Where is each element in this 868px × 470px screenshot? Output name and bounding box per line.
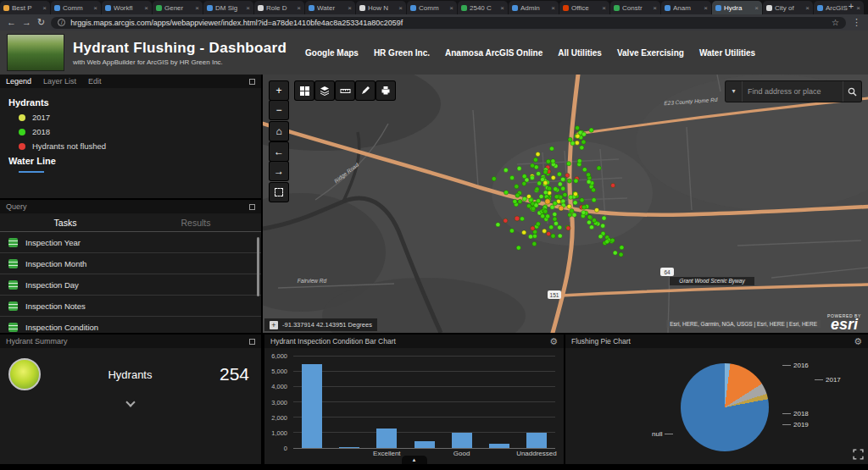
back-icon[interactable]: ← xyxy=(7,18,16,27)
tab-close-icon[interactable]: × xyxy=(704,4,708,12)
screen: Best P×Comm×Workfl×Gener×DM Sig×Role D×W… xyxy=(0,0,868,470)
browser-tab[interactable]: Comm× xyxy=(51,1,101,14)
tab-close-icon[interactable]: × xyxy=(754,4,759,12)
browser-tab[interactable]: Role D× xyxy=(254,1,304,14)
tab-close-icon[interactable]: × xyxy=(297,4,301,12)
header-nav-link[interactable]: Google Maps xyxy=(305,48,359,58)
new-tab-button[interactable]: + xyxy=(843,0,860,14)
forward-icon[interactable]: → xyxy=(22,18,31,27)
refresh-icon[interactable]: ↻ xyxy=(37,18,45,27)
pie[interactable] xyxy=(681,363,769,451)
bar[interactable] xyxy=(339,447,359,448)
previous-extent-button[interactable]: ← xyxy=(270,142,288,161)
search-button[interactable] xyxy=(843,81,861,102)
bar[interactable] xyxy=(302,364,322,448)
collapse-icon[interactable] xyxy=(249,204,255,210)
esri-logo: POWERED BY esri xyxy=(827,313,861,331)
site-info-icon[interactable]: i xyxy=(58,19,65,26)
query-task[interactable]: Inspection Condition xyxy=(0,317,261,333)
browser-tab[interactable]: DM Sig× xyxy=(203,1,253,14)
scrollbar[interactable] xyxy=(257,237,259,296)
query-tabs: Tasks Results xyxy=(0,213,261,232)
browser-tab[interactable]: Office× xyxy=(559,1,609,14)
measurement-button[interactable] xyxy=(336,81,354,100)
bar[interactable] xyxy=(415,441,435,448)
tab-close-icon[interactable]: × xyxy=(42,4,47,12)
query-task[interactable]: Inspection Month xyxy=(0,253,261,274)
header-nav-link[interactable]: Valve Exercising xyxy=(617,48,684,58)
search-source-dropdown[interactable]: ▾ xyxy=(726,81,743,102)
tab-close-icon[interactable]: × xyxy=(195,4,199,12)
tab-close-icon[interactable]: × xyxy=(602,4,606,12)
tab-close-icon[interactable]: × xyxy=(449,4,453,12)
browser-tab[interactable]: Hydra× xyxy=(712,1,762,14)
legend-tab[interactable]: Layer List xyxy=(43,77,76,86)
search-input[interactable] xyxy=(743,87,843,96)
url-text[interactable]: hrggis.maps.arcgis.com/apps/webappviewer… xyxy=(70,19,826,27)
query-task[interactable]: Inspection Year xyxy=(0,232,261,253)
map-view[interactable]: 64151 E23 County Home RdRidge RoadFairvi… xyxy=(263,75,868,333)
print-button[interactable] xyxy=(376,81,395,100)
header-nav-link[interactable]: Anamosa ArcGIS Online xyxy=(445,48,542,58)
basemap-gallery-button[interactable] xyxy=(295,81,314,100)
select-button[interactable] xyxy=(270,183,288,202)
tab-close-icon[interactable]: × xyxy=(805,4,810,12)
browser-menu-icon[interactable]: ⋮ xyxy=(852,17,861,28)
browser-tab[interactable]: Comm× xyxy=(407,1,457,14)
next-extent-button[interactable]: → xyxy=(270,162,288,180)
summary-expander[interactable] xyxy=(0,399,261,406)
browser-tab[interactable]: Workfl× xyxy=(102,1,152,14)
browser-tab[interactable]: City of× xyxy=(763,1,813,14)
bar[interactable] xyxy=(489,444,509,448)
bar[interactable] xyxy=(452,433,472,448)
browser-tab[interactable]: Gener× xyxy=(153,1,203,14)
zoom-in-button[interactable]: + xyxy=(270,81,288,100)
bar[interactable] xyxy=(376,429,397,448)
tab-favicon xyxy=(54,5,60,11)
browser-tab[interactable]: 2540 C× xyxy=(458,1,508,14)
browser-tab[interactable]: How N× xyxy=(356,1,406,14)
draw-button[interactable] xyxy=(356,81,375,100)
layers-button[interactable] xyxy=(315,81,334,100)
legend-item: 2017 xyxy=(19,113,253,122)
legend-tab[interactable]: Edit xyxy=(88,77,102,86)
tab-close-icon[interactable]: × xyxy=(398,4,403,12)
header-nav-link[interactable]: Water Utilities xyxy=(699,48,755,58)
collapse-icon[interactable] xyxy=(249,79,255,85)
tab-favicon xyxy=(359,5,365,11)
legend-item-label: 2017 xyxy=(32,113,50,122)
tab-close-icon[interactable]: × xyxy=(348,4,352,12)
legend-tab[interactable]: Legend xyxy=(6,77,31,86)
tab-close-icon[interactable]: × xyxy=(653,4,657,12)
tab-results[interactable]: Results xyxy=(131,213,261,231)
tab-close-icon[interactable]: × xyxy=(93,4,97,12)
home-extent-button[interactable]: ⌂ xyxy=(270,122,288,141)
tab-close-icon[interactable]: × xyxy=(144,4,148,12)
browser-tab[interactable]: Anam× xyxy=(661,1,711,14)
svg-text:Grant Wood Scenic Byway: Grant Wood Scenic Byway xyxy=(679,278,745,285)
crosshair-icon[interactable]: + xyxy=(270,321,278,329)
task-label: Inspection Condition xyxy=(25,323,98,332)
gear-icon[interactable]: ⚙ xyxy=(854,337,862,346)
header-nav-link[interactable]: HR Green Inc. xyxy=(374,48,430,58)
zoom-out-button[interactable]: − xyxy=(270,101,288,119)
collapse-icon[interactable] xyxy=(249,339,255,345)
bar[interactable] xyxy=(526,433,547,448)
chart-nav-pill[interactable]: ▲ xyxy=(402,456,427,464)
tab-tasks[interactable]: Tasks xyxy=(0,213,131,231)
bookmark-star-icon[interactable]: ☆ xyxy=(832,18,839,27)
legend-tabs: LegendLayer ListEdit xyxy=(6,77,102,86)
query-task[interactable]: Inspection Day xyxy=(0,274,261,296)
tab-close-icon[interactable]: × xyxy=(500,4,504,12)
query-task[interactable]: Inspection Notes xyxy=(0,296,261,317)
tab-close-icon[interactable]: × xyxy=(551,4,555,12)
gear-icon[interactable]: ⚙ xyxy=(549,337,558,346)
browser-tab[interactable]: Best P× xyxy=(0,1,50,14)
url-field[interactable]: i hrggis.maps.arcgis.com/apps/webappview… xyxy=(51,17,846,29)
tab-close-icon[interactable]: × xyxy=(246,4,250,12)
browser-tab[interactable]: Constr× xyxy=(610,1,660,14)
browser-tab[interactable]: Water× xyxy=(305,1,355,14)
header-nav-link[interactable]: All Utilities xyxy=(558,48,602,58)
fullscreen-icon[interactable] xyxy=(853,449,864,460)
browser-tab[interactable]: Admin× xyxy=(509,1,559,14)
